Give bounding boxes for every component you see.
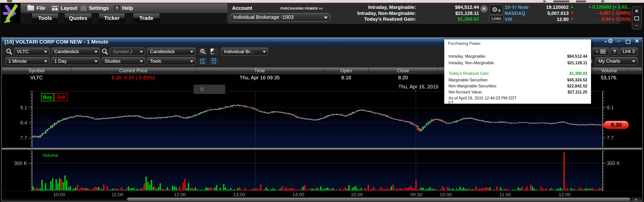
folder-icon <box>27 6 34 11</box>
menu-layout[interactable]: Layout <box>51 3 77 13</box>
studies-combobox[interactable]: Studies <box>102 57 145 65</box>
sell-button[interactable]: Sell <box>54 93 68 101</box>
account-label: Account <box>232 5 252 11</box>
price-tick-label: 7.7 <box>15 135 27 141</box>
popup-row-value: $21,128.11 <box>567 61 587 65</box>
tick <box>28 163 32 163</box>
minimize-icon[interactable]: ─ <box>635 23 638 28</box>
style1-value: Candlestick <box>54 49 79 54</box>
chart-style2-combobox[interactable]: Candlestick <box>147 48 196 55</box>
my-charts-value: My Charts <box>598 58 620 64</box>
chart-menu-button[interactable]: ▼ <box>592 48 609 55</box>
symbol1-combobox[interactable]: VLTC <box>14 48 49 55</box>
link3-button[interactable]: Link 3 <box>620 48 637 55</box>
menu-file[interactable]: File <box>27 3 45 13</box>
x-axis-tick-label: 14:00 <box>289 192 308 197</box>
ticker-window-controls: × ─ <box>632 7 641 29</box>
symbol1-value: VLTC <box>17 49 29 54</box>
stat-label-2: Today's Realized Gain: <box>340 16 416 22</box>
purchasing-power-link[interactable]: PURCHASING POWER >> <box>280 7 323 10</box>
close-icon[interactable]: × <box>635 8 638 14</box>
zoom-in-icon[interactable] <box>198 47 208 56</box>
cell-current-price: 8.30 -0.07 (-0.83%) <box>71 75 196 80</box>
chart-style1-combobox[interactable]: Candlestick <box>51 48 100 55</box>
right-volume-ruler <box>603 151 605 191</box>
candle-pan-icon[interactable] <box>209 57 219 65</box>
search-icon[interactable] <box>6 48 13 55</box>
volume-pane[interactable]: Volume <box>32 151 602 191</box>
square-icon <box>201 88 203 91</box>
stat-label-0: Intraday, Marginable: <box>340 5 416 10</box>
menu-file-label: File <box>37 5 45 11</box>
trade-button[interactable]: Trade <box>133 13 160 23</box>
popup-row-label: Marginable Securities: <box>448 78 488 82</box>
volume-tick-label: 300 K <box>607 160 620 166</box>
cell-open: 8.18 <box>324 75 369 80</box>
settings-icon <box>80 5 87 11</box>
x-axis-tick-label: 11:00 <box>108 192 127 197</box>
ticker-settings-button[interactable]: ⚙⚙ <box>490 5 503 15</box>
menu-help[interactable]: ? Help <box>114 3 133 13</box>
svg-text:+−: +− <box>211 52 214 55</box>
restore-icon[interactable] <box>634 16 639 20</box>
range-combobox[interactable]: 1 Day <box>51 57 100 65</box>
tools-value: Tools <box>150 58 161 64</box>
x-axis-tick-label: 13:00 <box>230 192 249 197</box>
popup-row-label: Non-Marginable Securities: <box>448 84 497 88</box>
quotes-button[interactable]: Quotes <box>65 13 92 23</box>
chart-scale-icon[interactable]: +− <box>209 47 219 56</box>
menu-settings[interactable]: Settings <box>80 3 109 13</box>
ticker-change-1: - 4.007 (- 0.08%) <box>577 11 631 16</box>
price-tick-label: 8.4 <box>15 120 27 126</box>
buy-button[interactable]: Buy <box>41 93 54 101</box>
chevron-down-icon[interactable]: ▼ <box>604 40 607 44</box>
tick <box>603 108 606 108</box>
chevron-down-icon: ▼ <box>596 50 598 53</box>
popup-row-value: $84,512.44 <box>567 54 587 59</box>
window-close-icon[interactable]: × <box>635 37 639 45</box>
ticker-value-2: 12.80 <box>534 17 569 22</box>
menubar-text-remnant <box>576 1 586 2</box>
popup-asof: As of April 16, 2015 12:44:23 PM EDT <box>448 96 517 100</box>
ticker-symbol-1[interactable]: NASDAQ <box>505 11 525 16</box>
menu-settings-label: Settings <box>89 5 109 11</box>
search-icon[interactable] <box>101 48 108 55</box>
range-value: 1 Day <box>54 58 67 64</box>
header-current-price: Current Price <box>71 68 196 74</box>
account-select[interactable]: Individual Brokerage -1503 <box>230 13 331 21</box>
menubar-text-remnant <box>553 1 569 2</box>
studies-value: Studies <box>105 58 120 64</box>
menu-help-label: Help <box>122 5 133 11</box>
chart-scrollbar-thumb[interactable] <box>127 197 630 201</box>
price-tick-label: 7.7 <box>607 135 614 141</box>
window-maximize-icon[interactable] <box>626 40 630 44</box>
pane-splitter[interactable] <box>2 148 642 150</box>
down-arrow-icon: ▼ <box>570 11 576 15</box>
close-account-summary-button[interactable]: × <box>480 5 488 12</box>
scroll-right-button[interactable]: ▶ <box>631 197 641 201</box>
account-link-combobox[interactable]: Individual Br... <box>221 48 268 55</box>
header-symbol: Symbol <box>2 68 71 74</box>
tools-button[interactable]: Tools <box>32 13 58 23</box>
up-arrow-icon: ▲ <box>570 5 576 9</box>
x-axis-tick-label: 10:00 <box>436 192 455 197</box>
chart-help-button[interactable]: ? <box>611 48 618 55</box>
x-axis-tick-label: 12:00 <box>555 192 574 197</box>
ticker-symbol-0[interactable]: 10-Yr Note <box>505 5 529 10</box>
ticker-button[interactable]: Ticker <box>99 13 125 23</box>
tools-combobox[interactable]: Tools <box>147 57 196 65</box>
window-minimize-icon[interactable]: ─ <box>617 38 620 44</box>
header-volume: Volume <box>591 68 627 74</box>
links-button[interactable]: Links <box>489 15 504 22</box>
session-gridline <box>255 91 255 147</box>
window-settings-gear-icon[interactable]: ⚙ <box>608 38 613 45</box>
my-charts-combobox[interactable]: My Charts <box>596 57 637 65</box>
interval-combobox[interactable]: 1 Minute <box>6 57 49 65</box>
symbol2-combobox[interactable]: Symbol 2 <box>110 48 145 55</box>
popup-row-value: $22,842.52 <box>567 84 587 88</box>
ticker-symbol-2[interactable]: VIX <box>505 17 512 22</box>
cell-volume: 53,176. <box>591 75 627 80</box>
candle-zoom-icon[interactable] <box>198 57 208 65</box>
left-volume-ruler <box>30 151 32 191</box>
popup-row-value: $27,111.25 <box>568 90 587 94</box>
